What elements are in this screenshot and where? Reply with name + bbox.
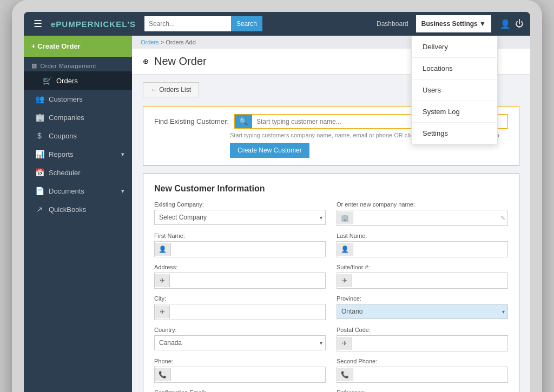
last-name-input-wrap: 👤 [337, 241, 508, 257]
city-input[interactable] [170, 304, 325, 320]
company-building-icon: 🏢 [337, 211, 353, 224]
second-phone-input[interactable] [353, 367, 507, 382]
first-name-input-wrap: 👤 [154, 241, 326, 257]
quickbooks-icon: ↗ [35, 205, 44, 214]
form-grid: Existing Company: Select Company ▾ [154, 201, 508, 392]
country-label: Country: [154, 327, 326, 333]
new-order-circle-icon: ⊕ [143, 57, 149, 65]
user-icon[interactable]: 👤 [500, 19, 511, 29]
create-new-customer-button[interactable]: Create New Customer [230, 143, 309, 158]
sidebar-item-orders[interactable]: 🛒 Orders [24, 71, 132, 90]
coupons-icon: $ [35, 131, 44, 140]
last-name-group: Last Name: 👤 [337, 232, 508, 257]
customers-icon: 👥 [35, 95, 44, 103]
address-location-icon: ✈ [155, 274, 170, 287]
address-input[interactable] [170, 273, 325, 288]
existing-company-label: Existing Company: [154, 201, 326, 208]
reports-icon: 📊 [35, 150, 44, 158]
dashboard-label: Dashboard [377, 20, 408, 28]
reference-group: Reference: [337, 389, 508, 392]
scheduler-icon: 📅 [35, 168, 44, 177]
reference-label: Reference: [337, 389, 508, 392]
country-select[interactable]: Canada [154, 335, 326, 350]
find-customer-search-icon: 🔍 [235, 115, 252, 128]
new-customer-form-section: New Customer Information Existing Compan… [143, 174, 519, 392]
breadcrumb-orders-add: Orders Add [166, 39, 196, 45]
reports-chevron-icon: ▾ [121, 151, 124, 158]
search-input[interactable] [144, 16, 231, 31]
city-group: City: ✈ [154, 295, 326, 320]
orders-list-back-button[interactable]: ← Orders List [143, 82, 199, 97]
suite-label: Suite/floor #: [337, 264, 508, 270]
dropdown-item-system-log[interactable]: System Log [412, 101, 497, 123]
create-order-button[interactable]: + Create Order [24, 36, 132, 57]
sidebar-item-reports[interactable]: 📊 Reports ▾ [24, 145, 132, 163]
sidebar-item-quickbooks[interactable]: ↗ QuickBooks [24, 200, 132, 218]
province-select[interactable]: Ontario [337, 304, 508, 319]
phone-label: Phone: [154, 358, 326, 364]
first-name-group: First Name: 👤 [154, 232, 326, 257]
province-select-wrap: Ontario ▾ [337, 304, 508, 319]
new-company-label: Or enter new company name: [337, 201, 508, 208]
business-settings-button[interactable]: Business Settings ▼ [416, 15, 491, 32]
first-name-input[interactable] [171, 242, 325, 257]
documents-chevron-icon: ▾ [121, 188, 124, 195]
postal-code-input[interactable] [352, 336, 507, 351]
suite-group: Suite/floor #: ✈ [337, 264, 508, 289]
sidebar-item-customers[interactable]: 👥 Customers [24, 90, 132, 108]
city-location-icon: ✈ [155, 305, 170, 318]
orders-cart-icon: 🛒 [42, 76, 52, 85]
dropdown-item-settings[interactable]: Settings [412, 123, 497, 144]
order-management-grid-icon: ▦ [31, 62, 37, 69]
nav-icons: 👤 ⏻ [500, 19, 524, 29]
first-name-person-icon: 👤 [155, 243, 171, 256]
breadcrumb-orders[interactable]: Orders [141, 39, 159, 45]
search-wrap: Search [144, 16, 262, 31]
power-icon[interactable]: ⏻ [515, 19, 524, 29]
second-phone-input-wrap: 📞 [337, 367, 508, 383]
suite-location-icon: ✈ [337, 274, 352, 287]
new-company-input[interactable] [353, 210, 498, 225]
app-logo: ePUMPERNICKEL'S [51, 19, 136, 29]
postal-code-input-wrap: ✈ [337, 335, 508, 351]
dropdown-item-users[interactable]: Users [412, 79, 497, 101]
sidebar-item-companies[interactable]: 🏢 Companies [24, 108, 132, 127]
last-name-input[interactable] [353, 242, 507, 257]
existing-company-select-wrap: Select Company ▾ [154, 210, 326, 225]
sidebar: + Create Order ▦ Order Management 🛒 Orde… [24, 36, 132, 392]
top-nav: ☰ ePUMPERNICKEL'S Search Dashboard Busin… [24, 12, 530, 36]
new-company-input-wrap: 🏢 ✎ [337, 210, 508, 226]
documents-icon: 📄 [35, 187, 44, 195]
confirm-email-label: Confirmation Email: [154, 389, 326, 392]
second-phone-group: Second Phone: 📞 [337, 358, 508, 383]
companies-icon: 🏢 [35, 113, 44, 122]
address-label: Address: [154, 264, 326, 270]
phone-input-wrap: 📞 [154, 367, 326, 383]
existing-company-select[interactable]: Select Company [154, 210, 326, 225]
province-label: Province: [337, 295, 508, 302]
search-button[interactable]: Search [231, 16, 262, 31]
second-phone-label: Second Phone: [337, 358, 508, 364]
second-phone-icon: 📞 [337, 368, 353, 381]
suite-input-wrap: ✈ [337, 273, 508, 289]
country-select-wrap: Canada ▾ [154, 335, 326, 350]
city-label: City: [154, 295, 326, 302]
address-group: Address: ✈ [154, 264, 326, 289]
existing-company-group: Existing Company: Select Company ▾ [154, 201, 326, 226]
find-customer-label: Find Existing Customer: [154, 117, 229, 125]
new-company-group: Or enter new company name: 🏢 ✎ [337, 201, 508, 226]
province-group: Province: Ontario ▾ [337, 295, 508, 320]
sidebar-item-coupons[interactable]: $ Coupons [24, 127, 132, 145]
dropdown-item-delivery[interactable]: Delivery [412, 36, 497, 58]
phone-input[interactable] [171, 367, 325, 382]
hamburger-icon[interactable]: ☰ [30, 16, 45, 32]
last-name-person-icon: 👤 [337, 243, 353, 256]
sidebar-section-order-management: ▦ Order Management [24, 57, 132, 71]
sidebar-item-documents[interactable]: 📄 Documents ▾ [24, 182, 132, 200]
address-input-wrap: ✈ [154, 273, 326, 289]
phone-group: Phone: 📞 [154, 358, 326, 383]
sidebar-item-scheduler[interactable]: 📅 Scheduler [24, 163, 132, 182]
dropdown-item-locations[interactable]: Locations [412, 58, 497, 79]
confirm-email-group: Confirmation Email: @ [154, 389, 326, 392]
suite-input[interactable] [352, 273, 507, 288]
